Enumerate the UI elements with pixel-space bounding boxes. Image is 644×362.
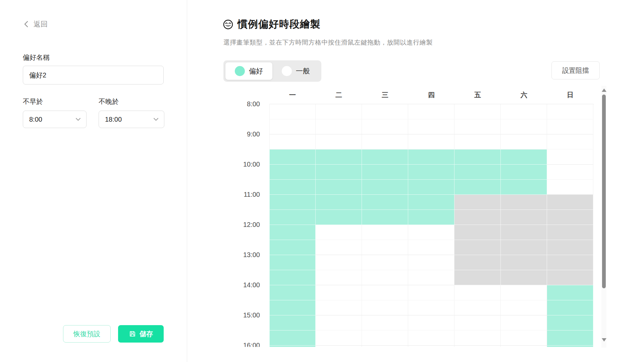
slot-cell[interactable] bbox=[501, 210, 547, 225]
save-button[interactable]: 儲存 bbox=[118, 325, 164, 343]
slot-cell[interactable] bbox=[362, 104, 408, 119]
slot-cell[interactable] bbox=[547, 104, 593, 119]
slot-cell[interactable] bbox=[362, 119, 408, 134]
slot-cell[interactable] bbox=[269, 134, 316, 149]
slot-cell[interactable] bbox=[362, 285, 408, 300]
slot-cell[interactable] bbox=[408, 285, 454, 300]
slot-cell[interactable] bbox=[547, 134, 593, 149]
slot-cell[interactable] bbox=[362, 225, 408, 240]
slot-cell[interactable] bbox=[454, 225, 501, 240]
slot-cell[interactable] bbox=[269, 255, 316, 270]
slot-cell[interactable] bbox=[316, 134, 362, 149]
slot-cell[interactable] bbox=[316, 240, 362, 255]
slot-cell[interactable] bbox=[362, 315, 408, 330]
slot-cell[interactable] bbox=[316, 180, 362, 195]
slot-cell[interactable] bbox=[454, 346, 501, 347]
slot-cell[interactable] bbox=[362, 240, 408, 255]
slot-cell[interactable] bbox=[362, 165, 408, 180]
slot-cell[interactable] bbox=[547, 210, 593, 225]
slot-cell[interactable] bbox=[501, 315, 547, 330]
slot-cell[interactable] bbox=[362, 330, 408, 346]
slot-cell[interactable] bbox=[547, 285, 593, 300]
slot-cell[interactable] bbox=[269, 270, 316, 285]
slot-cell[interactable] bbox=[454, 300, 501, 315]
reset-default-button[interactable]: 恢復預設 bbox=[63, 325, 111, 343]
vertical-scrollbar[interactable] bbox=[601, 86, 606, 348]
slot-cell[interactable] bbox=[454, 285, 501, 300]
slot-cell[interactable] bbox=[547, 165, 593, 180]
time-grid[interactable] bbox=[269, 104, 594, 347]
slot-cell[interactable] bbox=[269, 104, 316, 119]
slot-cell[interactable] bbox=[408, 165, 454, 180]
slot-cell[interactable] bbox=[269, 210, 316, 225]
slot-cell[interactable] bbox=[408, 104, 454, 119]
slot-cell[interactable] bbox=[269, 225, 316, 240]
slot-cell[interactable] bbox=[316, 315, 362, 330]
slot-cell[interactable] bbox=[316, 119, 362, 134]
set-block-button[interactable]: 設置阻擋 bbox=[551, 61, 600, 79]
scroll-up-arrow-icon[interactable] bbox=[602, 88, 606, 92]
slot-cell[interactable] bbox=[362, 255, 408, 270]
slot-cell[interactable] bbox=[316, 104, 362, 119]
slot-cell[interactable] bbox=[408, 300, 454, 315]
slot-cell[interactable] bbox=[501, 285, 547, 300]
slot-cell[interactable] bbox=[362, 134, 408, 149]
scrollbar-thumb[interactable] bbox=[602, 95, 606, 288]
latest-select[interactable]: 18:00 bbox=[99, 111, 164, 128]
slot-cell[interactable] bbox=[454, 165, 501, 180]
slot-cell[interactable] bbox=[408, 240, 454, 255]
slot-cell[interactable] bbox=[316, 149, 362, 165]
slot-cell[interactable] bbox=[316, 255, 362, 270]
slot-cell[interactable] bbox=[408, 346, 454, 347]
slot-cell[interactable] bbox=[408, 255, 454, 270]
slot-cell[interactable] bbox=[454, 240, 501, 255]
slot-cell[interactable] bbox=[316, 300, 362, 315]
slot-cell[interactable] bbox=[454, 134, 501, 149]
slot-cell[interactable] bbox=[408, 119, 454, 134]
slot-cell[interactable] bbox=[547, 180, 593, 195]
slot-cell[interactable] bbox=[316, 210, 362, 225]
slot-cell[interactable] bbox=[501, 134, 547, 149]
slot-cell[interactable] bbox=[454, 180, 501, 195]
slot-cell[interactable] bbox=[316, 285, 362, 300]
slot-cell[interactable] bbox=[269, 195, 316, 210]
slot-cell[interactable] bbox=[501, 119, 547, 134]
slot-cell[interactable] bbox=[454, 330, 501, 346]
slot-cell[interactable] bbox=[454, 149, 501, 165]
slot-cell[interactable] bbox=[269, 330, 316, 346]
slot-cell[interactable] bbox=[362, 210, 408, 225]
slot-cell[interactable] bbox=[316, 165, 362, 180]
slot-cell[interactable] bbox=[362, 195, 408, 210]
scroll-down-arrow-icon[interactable] bbox=[602, 338, 606, 342]
slot-cell[interactable] bbox=[269, 165, 316, 180]
slot-cell[interactable] bbox=[547, 300, 593, 315]
slot-cell[interactable] bbox=[501, 300, 547, 315]
slot-cell[interactable] bbox=[501, 240, 547, 255]
preference-name-input[interactable] bbox=[23, 66, 164, 84]
slot-cell[interactable] bbox=[316, 195, 362, 210]
slot-cell[interactable] bbox=[362, 149, 408, 165]
slot-cell[interactable] bbox=[547, 149, 593, 165]
slot-cell[interactable] bbox=[547, 330, 593, 346]
slot-cell[interactable] bbox=[501, 330, 547, 346]
slot-cell[interactable] bbox=[269, 180, 316, 195]
slot-cell[interactable] bbox=[547, 240, 593, 255]
slot-cell[interactable] bbox=[362, 270, 408, 285]
slot-cell[interactable] bbox=[269, 149, 316, 165]
slot-cell[interactable] bbox=[547, 255, 593, 270]
slot-cell[interactable] bbox=[501, 225, 547, 240]
slot-cell[interactable] bbox=[408, 149, 454, 165]
slot-cell[interactable] bbox=[316, 225, 362, 240]
slot-cell[interactable] bbox=[547, 346, 593, 347]
slot-cell[interactable] bbox=[408, 225, 454, 240]
slot-cell[interactable] bbox=[501, 346, 547, 347]
slot-cell[interactable] bbox=[501, 270, 547, 285]
slot-cell[interactable] bbox=[316, 330, 362, 346]
slot-cell[interactable] bbox=[547, 119, 593, 134]
slot-cell[interactable] bbox=[408, 210, 454, 225]
slot-cell[interactable] bbox=[362, 346, 408, 347]
slot-cell[interactable] bbox=[501, 195, 547, 210]
brush-option-normal[interactable]: 一般 bbox=[272, 62, 319, 80]
slot-cell[interactable] bbox=[454, 119, 501, 134]
slot-cell[interactable] bbox=[501, 149, 547, 165]
